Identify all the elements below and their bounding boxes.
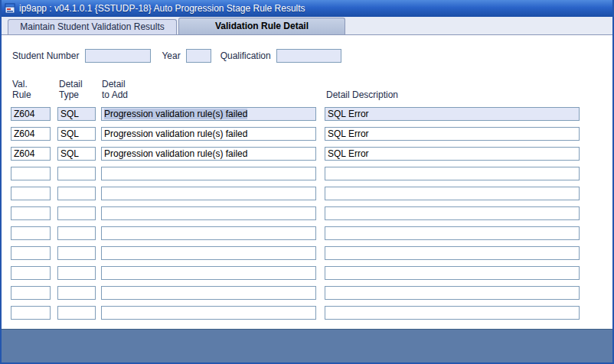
detail-type-field[interactable]	[57, 226, 96, 240]
app-icon	[5, 3, 15, 14]
detail-to-add-field[interactable]	[101, 306, 316, 320]
tab-bar: Maintain Student Validation Results Vali…	[2, 17, 612, 35]
detail-description-field[interactable]	[325, 187, 580, 200]
title-bar[interactable]: ip9app : v04.1.0.1 {SSTUDP-18} Auto Prog…	[2, 0, 612, 17]
grid-row	[2, 306, 612, 320]
tab-validation-rule-detail[interactable]: Validation Rule Detail	[178, 18, 345, 34]
detail-to-add-field[interactable]: Progression validation rule(s) failed	[101, 147, 316, 161]
detail-to-add-field[interactable]: Progression validation rule(s) failed	[101, 107, 316, 121]
qualification-label: Qualification	[220, 50, 271, 61]
student-number-label: Student Number	[12, 50, 79, 61]
grid-row	[2, 226, 612, 240]
grid-headers: Val. Rule Detail Type Detail to Add Deta…	[2, 79, 612, 102]
detail-to-add-field[interactable]	[101, 286, 316, 300]
detail-description-field[interactable]	[325, 246, 580, 260]
grid-row	[2, 266, 612, 280]
detail-type-field[interactable]	[57, 266, 96, 280]
year-input[interactable]	[186, 49, 211, 63]
detail-to-add-field[interactable]	[101, 167, 316, 180]
detail-to-add-field[interactable]	[101, 246, 316, 260]
val-rule-field[interactable]	[11, 306, 51, 320]
grid-row	[2, 286, 612, 300]
detail-type-field[interactable]: SQL	[57, 147, 96, 161]
detail-to-add-field[interactable]	[101, 226, 316, 240]
detail-to-add-header: Detail to Add	[102, 79, 128, 100]
val-rule-field[interactable]	[11, 206, 51, 220]
results-grid: Z604 SQL Progression validation rule(s) …	[2, 107, 612, 320]
app-window: ip9app : v04.1.0.1 {SSTUDP-18} Auto Prog…	[0, 0, 614, 364]
selected-text: Progression validation rule(s) failed	[104, 109, 247, 119]
detail-description-field[interactable]: SQL Error	[325, 147, 580, 161]
mdi-background-panel	[2, 329, 612, 362]
query-form: Student Number Year Qualification	[12, 49, 612, 63]
student-number-input[interactable]	[85, 49, 151, 63]
detail-type-field[interactable]	[57, 286, 96, 300]
grid-row	[2, 167, 612, 180]
detail-type-header: Detail Type	[59, 79, 83, 100]
val-rule-field[interactable]: Z604	[11, 107, 51, 121]
detail-type-field[interactable]	[57, 246, 96, 260]
detail-type-field[interactable]: SQL	[57, 127, 96, 141]
val-rule-field[interactable]	[11, 167, 51, 180]
detail-description-field[interactable]	[325, 206, 580, 220]
val-rule-field[interactable]	[11, 246, 51, 260]
detail-description-field[interactable]	[325, 167, 580, 180]
detail-type-field[interactable]	[57, 306, 96, 320]
detail-type-field[interactable]	[57, 167, 96, 180]
val-rule-header: Val. Rule	[12, 79, 31, 100]
detail-description-field[interactable]: SQL Error	[325, 127, 580, 141]
year-label: Year	[162, 50, 180, 61]
detail-description-field[interactable]: SQL Error	[325, 107, 580, 121]
detail-to-add-field[interactable]	[101, 266, 316, 280]
detail-description-header: Detail Description	[326, 89, 398, 100]
detail-to-add-field[interactable]: Progression validation rule(s) failed	[101, 127, 316, 141]
grid-row: Z604 SQL Progression validation rule(s) …	[2, 127, 612, 141]
content-area: Student Number Year Qualification Val. R…	[2, 35, 612, 329]
detail-description-field[interactable]	[325, 306, 580, 320]
val-rule-field[interactable]	[11, 286, 51, 300]
grid-row: Z604 SQL Progression validation rule(s) …	[2, 107, 612, 121]
window-title: ip9app : v04.1.0.1 {SSTUDP-18} Auto Prog…	[19, 3, 305, 14]
val-rule-field[interactable]: Z604	[11, 127, 51, 141]
val-rule-field[interactable]	[11, 187, 51, 200]
detail-type-field[interactable]	[57, 206, 96, 220]
val-rule-field[interactable]: Z604	[11, 147, 51, 161]
detail-description-field[interactable]	[325, 286, 580, 300]
val-rule-field[interactable]	[11, 266, 51, 280]
grid-row	[2, 206, 612, 220]
detail-description-field[interactable]	[325, 266, 580, 280]
detail-type-field[interactable]: SQL	[57, 107, 96, 121]
detail-type-field[interactable]	[57, 187, 96, 200]
val-rule-field[interactable]	[11, 226, 51, 240]
detail-to-add-field[interactable]	[101, 187, 316, 200]
grid-row	[2, 246, 612, 260]
grid-row	[2, 187, 612, 200]
detail-to-add-field[interactable]	[101, 206, 316, 220]
detail-description-field[interactable]	[325, 226, 580, 240]
qualification-input[interactable]	[276, 49, 341, 63]
grid-row: Z604 SQL Progression validation rule(s) …	[2, 147, 612, 161]
tab-maintain-student-validation-results[interactable]: Maintain Student Validation Results	[8, 19, 177, 34]
